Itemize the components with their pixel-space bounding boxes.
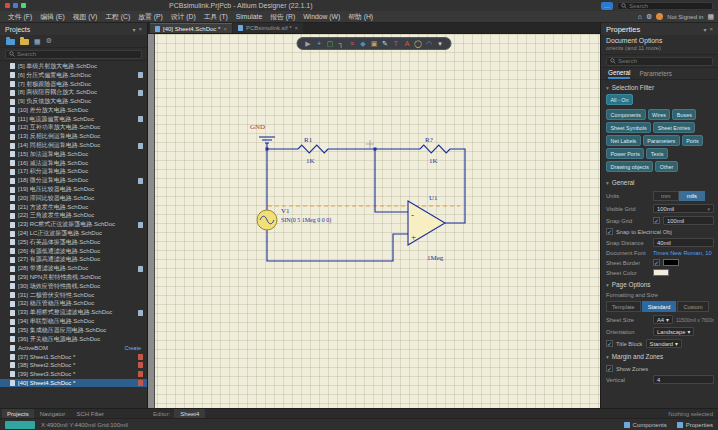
formatting-tab[interactable]: Template bbox=[606, 301, 641, 312]
v1-designator[interactable]: V1 bbox=[281, 207, 290, 215]
filter-button[interactable]: Components bbox=[606, 109, 646, 120]
active-bar-tool-icon[interactable]: + bbox=[315, 40, 324, 47]
active-bar-tool-icon[interactable]: ▢ bbox=[326, 40, 335, 47]
project-tree-item[interactable]: [11] 电流源偏置电路.SchDoc bbox=[0, 115, 147, 124]
menu-item[interactable]: Window (W) bbox=[299, 13, 344, 20]
gear-icon[interactable]: ⚙ bbox=[646, 13, 652, 21]
r1-value[interactable]: 1K bbox=[306, 157, 315, 165]
orientation-select[interactable]: Landscape▾ bbox=[653, 327, 694, 336]
r2-value[interactable]: 1K bbox=[429, 157, 438, 165]
active-bar-tool-icon[interactable]: T bbox=[392, 40, 401, 47]
panel-collapse-icon[interactable]: ▾ bbox=[703, 26, 706, 33]
v1-value[interactable]: SIN(0 5 1Meg 0 0 0) bbox=[281, 217, 331, 224]
active-bar-tool-icon[interactable]: ◠ bbox=[425, 40, 434, 47]
show-zones-checkbox[interactable]: ✓ bbox=[606, 365, 613, 372]
snap-grid-input[interactable]: 100mil bbox=[663, 216, 714, 225]
active-bar-tool-icon[interactable]: ▣ bbox=[370, 40, 379, 47]
panel-collapse-icon[interactable]: ▾ bbox=[132, 26, 135, 33]
project-tree-item[interactable]: [35] 集成稳压器应用电路.SchDoc bbox=[0, 326, 147, 335]
window-control-green[interactable] bbox=[21, 3, 26, 8]
project-tree-item[interactable]: [33] 单相桥式整流滤波电路.SchDoc bbox=[0, 308, 147, 317]
r2-designator[interactable]: R? bbox=[425, 136, 433, 144]
close-tab-icon[interactable]: × bbox=[223, 26, 227, 32]
project-tree-item[interactable]: [27] 有源高通滤波电路.SchDoc bbox=[0, 256, 147, 265]
project-tree-item[interactable]: [12] 互补功率放大电路.SchDoc bbox=[0, 124, 147, 133]
panel-tab[interactable]: Navigator bbox=[35, 409, 71, 418]
sign-in-status[interactable]: Not Signed in bbox=[667, 14, 703, 20]
project-tree-item[interactable]: [40] Sheet4.SchDoc * bbox=[0, 379, 147, 388]
snap-distance-input[interactable]: 40mil bbox=[653, 238, 714, 247]
filter-button[interactable]: Sheet Entries bbox=[653, 122, 694, 133]
formatting-tab[interactable]: Custom bbox=[677, 301, 708, 312]
project-tree-item[interactable]: ActiveBOM Create bbox=[0, 344, 147, 353]
sheet-border-checkbox[interactable]: ✓ bbox=[653, 259, 660, 266]
document-font-link[interactable]: Times New Roman, 10 bbox=[653, 250, 712, 256]
editor-sheet-tab[interactable]: Sheet4 bbox=[174, 409, 205, 418]
project-tree-item[interactable]: [5] 单级共射放大电路.SchDoc bbox=[0, 62, 147, 71]
sheet-border-color-swatch[interactable] bbox=[663, 259, 679, 266]
snap-grid-checkbox[interactable]: ✓ bbox=[653, 217, 660, 224]
active-bar-tool-icon[interactable]: ≡ bbox=[348, 40, 357, 47]
project-tree-item[interactable]: [28] 带通滤波电路.SchDoc bbox=[0, 264, 147, 273]
filter-button[interactable]: Texts bbox=[646, 148, 668, 159]
properties-search-input[interactable] bbox=[618, 58, 709, 64]
panel-quick-button[interactable]: Properties bbox=[677, 422, 713, 428]
properties-search[interactable] bbox=[606, 57, 713, 66]
project-tree-item[interactable]: [23] RC桥式正弦波振荡电路.SchDoc bbox=[0, 220, 147, 229]
project-tree-item[interactable]: [16] 减法运算电路.SchDoc bbox=[0, 159, 147, 168]
active-bar-tool-icon[interactable]: ┐ bbox=[337, 40, 346, 47]
global-search[interactable] bbox=[617, 2, 713, 10]
panel-tab[interactable]: Projects bbox=[2, 409, 34, 418]
menu-item[interactable]: 工具 (T) bbox=[200, 12, 232, 22]
filter-button[interactable]: Parameters bbox=[643, 135, 680, 146]
project-tree-item[interactable]: [31] 二极管伏安特性.SchDoc bbox=[0, 291, 147, 300]
project-tree-item[interactable]: [30] 场效应管特性曲线.SchDoc bbox=[0, 282, 147, 291]
panel-close-icon[interactable]: × bbox=[709, 26, 713, 33]
project-tree-item[interactable]: [22] 三角波发生电路.SchDoc bbox=[0, 212, 147, 221]
window-control-red[interactable] bbox=[5, 3, 10, 8]
active-bar-tool-icon[interactable]: ◯ bbox=[414, 40, 423, 47]
project-tree-item[interactable]: [38] Sheet2.SchDoc * bbox=[0, 361, 147, 370]
project-tree-item[interactable]: [37] Sheet1.SchDoc * bbox=[0, 352, 147, 361]
visible-grid-input[interactable]: 100mil▾ bbox=[653, 204, 714, 213]
section-margin-zones[interactable]: ▾ Margin and Zones bbox=[606, 351, 714, 362]
menu-item[interactable]: 报告 (R) bbox=[266, 12, 299, 22]
project-tree-item[interactable]: [10] 差分放大电路.SchDoc bbox=[0, 106, 147, 115]
filter-button[interactable]: Power Ports bbox=[606, 148, 644, 159]
filter-button[interactable]: Ports bbox=[682, 135, 704, 146]
resistor-r1[interactable] bbox=[298, 145, 328, 153]
filter-button[interactable]: Net Labels bbox=[606, 135, 641, 146]
menu-item[interactable]: 编辑 (E) bbox=[36, 12, 69, 22]
project-tree-item[interactable]: [15] 加法运算电路.SchDoc bbox=[0, 150, 147, 159]
project-tree-item[interactable]: [20] 滞回比较器电路.SchDoc bbox=[0, 194, 147, 203]
project-tree-item[interactable]: [17] 积分运算电路.SchDoc bbox=[0, 168, 147, 177]
menu-item[interactable]: 放置 (P) bbox=[134, 12, 167, 22]
u1-value[interactable]: 1Meg bbox=[427, 254, 444, 262]
home-icon[interactable]: ⌂ bbox=[638, 13, 642, 20]
active-bar-tool-icon[interactable]: A bbox=[403, 40, 412, 47]
project-tree-item[interactable]: [25] 石英晶体振荡电路.SchDoc bbox=[0, 238, 147, 247]
section-page-options[interactable]: ▾ Page Options bbox=[606, 279, 714, 290]
properties-tab[interactable]: General bbox=[608, 68, 630, 79]
window-control-blue[interactable] bbox=[13, 3, 18, 8]
connection-status-badge[interactable] bbox=[5, 421, 35, 429]
title-block-checkbox[interactable]: ✓ bbox=[606, 340, 613, 347]
schematic-drawing[interactable]: - + GND R1 1K R? 1K V1 SIN(0 5 1Meg 0 bbox=[148, 34, 600, 408]
projects-search-input[interactable] bbox=[17, 51, 138, 57]
gnd-label[interactable]: GND bbox=[250, 123, 265, 131]
filter-all-button[interactable]: All - On bbox=[606, 94, 633, 105]
active-bar-tool-icon[interactable]: ▶ bbox=[304, 40, 313, 47]
menu-item[interactable]: Simulate bbox=[232, 13, 266, 20]
global-search-input[interactable] bbox=[629, 3, 709, 9]
units-option[interactable]: mils bbox=[679, 191, 705, 201]
filter-button[interactable]: Sheet Symbols bbox=[606, 122, 651, 133]
compile-icon[interactable]: ▦ bbox=[34, 38, 41, 45]
r1-designator[interactable]: R1 bbox=[304, 136, 313, 144]
active-bar-tool-icon[interactable]: ▾ bbox=[436, 40, 445, 47]
menu-item[interactable]: 帮助 (H) bbox=[344, 12, 377, 22]
project-tree-item[interactable]: [14] 同相比例运算电路.SchDoc bbox=[0, 141, 147, 150]
project-tree-item[interactable]: [19] 电压比较器电路.SchDoc bbox=[0, 185, 147, 194]
formatting-tab[interactable]: Standard bbox=[642, 301, 677, 312]
units-option[interactable]: mm bbox=[653, 191, 679, 201]
voltage-source-v1[interactable] bbox=[257, 210, 277, 230]
